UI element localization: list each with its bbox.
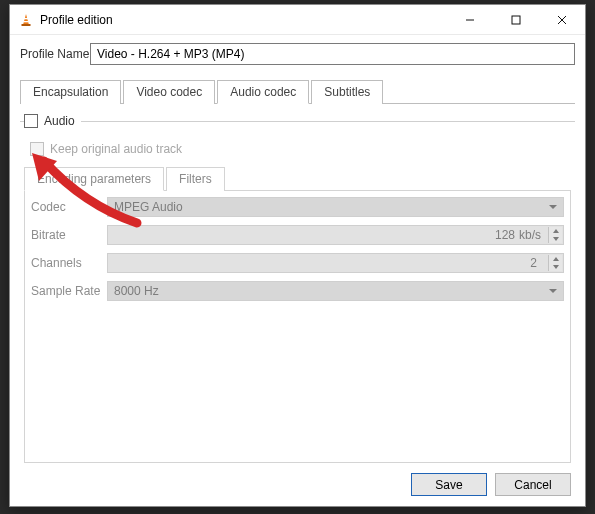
svg-marker-12 [553,265,559,269]
svg-marker-8 [549,205,557,209]
profile-name-label: Profile Name [20,47,90,61]
audio-fieldset: Audio Keep original audio track Encoding… [20,114,575,467]
audio-legend-label: Audio [44,114,75,128]
channels-spinner[interactable]: 2 [107,253,564,273]
bitrate-label: Bitrate [31,228,107,242]
codec-row: Codec MPEG Audio [31,197,564,217]
tab-filters[interactable]: Filters [166,167,225,191]
audio-legend: Audio [24,114,81,128]
bitrate-spinner-buttons[interactable] [548,227,562,243]
channels-label: Channels [31,256,107,270]
codec-tabs: Encapsulation Video codec Audio codec Su… [20,79,575,104]
svg-rect-1 [24,18,28,19]
cancel-button[interactable]: Cancel [495,473,571,496]
encoding-parameters-panel: Codec MPEG Audio Bitrate 128 kb/s [24,191,571,463]
svg-rect-2 [24,21,29,22]
chevron-down-icon [549,200,557,214]
chevron-down-icon [549,284,557,298]
svg-rect-5 [512,16,520,24]
svg-marker-11 [553,257,559,261]
svg-marker-13 [549,289,557,293]
channels-spinner-buttons[interactable] [548,255,562,271]
chevron-up-icon[interactable] [549,227,562,235]
sample-rate-row: Sample Rate 8000 Hz [31,281,564,301]
window-title: Profile edition [40,13,113,27]
client-area: Profile Name Encapsulation Video codec A… [10,35,585,506]
svg-marker-10 [553,237,559,241]
dialog-footer: Save Cancel [20,467,575,496]
encoding-tabs: Encoding parameters Filters [24,166,571,191]
close-button[interactable] [539,5,585,35]
svg-rect-3 [22,24,31,26]
sample-rate-value: 8000 Hz [114,284,159,298]
maximize-button[interactable] [493,5,539,35]
channels-value: 2 [530,256,537,270]
svg-marker-9 [553,229,559,233]
codec-value: MPEG Audio [114,200,183,214]
bitrate-unit: kb/s [519,228,541,242]
audio-enable-checkbox[interactable] [24,114,38,128]
tab-encoding-parameters[interactable]: Encoding parameters [24,167,164,191]
bitrate-spinner[interactable]: 128 kb/s [107,225,564,245]
profile-edition-dialog: Profile edition Profile Name Encapsulati… [9,4,586,507]
channels-row: Channels 2 [31,253,564,273]
sample-rate-combo[interactable]: 8000 Hz [107,281,564,301]
svg-marker-0 [23,14,29,25]
sample-rate-label: Sample Rate [31,284,107,298]
chevron-down-icon[interactable] [549,263,562,271]
codec-combo[interactable]: MPEG Audio [107,197,564,217]
tab-audio-codec[interactable]: Audio codec [217,80,309,104]
titlebar: Profile edition [10,5,585,35]
tab-subtitles[interactable]: Subtitles [311,80,383,104]
save-button[interactable]: Save [411,473,487,496]
chevron-down-icon[interactable] [549,235,562,243]
keep-original-checkbox[interactable] [30,142,44,156]
tab-video-codec[interactable]: Video codec [123,80,215,104]
bitrate-row: Bitrate 128 kb/s [31,225,564,245]
profile-name-row: Profile Name [20,43,575,65]
keep-original-label: Keep original audio track [50,142,182,156]
tab-encapsulation[interactable]: Encapsulation [20,80,121,104]
codec-label: Codec [31,200,107,214]
keep-original-row: Keep original audio track [30,142,571,156]
minimize-button[interactable] [447,5,493,35]
bitrate-value: 128 [495,228,515,242]
profile-name-input[interactable] [90,43,575,65]
vlc-cone-icon [18,12,34,28]
chevron-up-icon[interactable] [549,255,562,263]
